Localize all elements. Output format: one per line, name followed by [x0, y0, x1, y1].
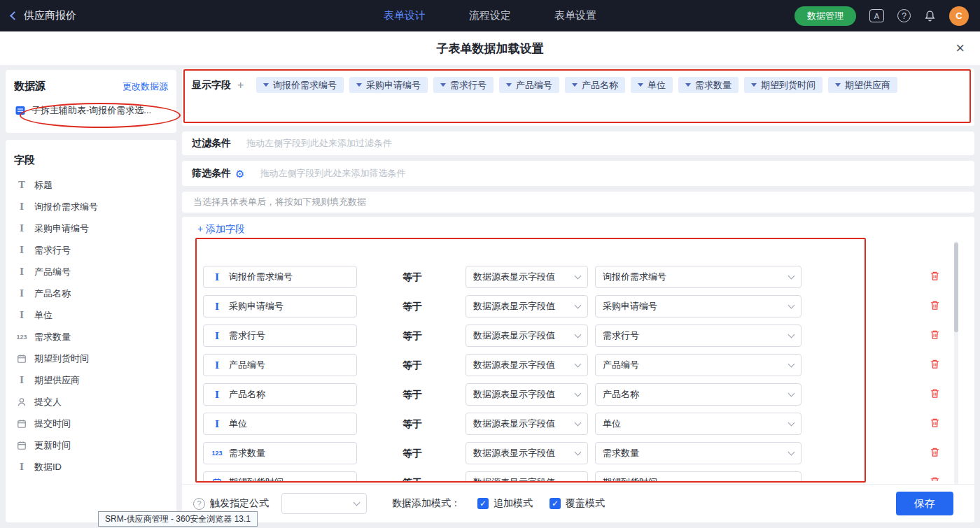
field-item[interactable]: I采购申请编号 — [6, 217, 176, 239]
chevron-down-icon[interactable] — [506, 83, 512, 87]
chevron-down-icon[interactable] — [685, 83, 691, 87]
rule-target-select[interactable]: 产品编号 — [595, 354, 802, 376]
scrollbar-thumb[interactable] — [954, 243, 958, 332]
chevron-down-icon[interactable] — [835, 83, 841, 87]
delete-row-button[interactable] — [930, 329, 940, 340]
help-icon[interactable]: ? — [897, 9, 911, 22]
field-item[interactable]: 更新时间 — [6, 434, 176, 456]
rule-source-value: 数据源表显示字段值 — [473, 418, 555, 430]
field-item[interactable]: 提交人 — [6, 391, 176, 413]
rule-target-select[interactable]: 询报价需求编号 — [595, 266, 802, 288]
checkbox-icon[interactable]: ✓ — [550, 498, 561, 509]
rule-source-select[interactable]: 数据源表显示字段值 — [465, 442, 588, 464]
field-item-label: 询报价需求编号 — [34, 201, 98, 213]
checkbox-icon[interactable]: ✓ — [477, 498, 489, 509]
tab-表单设置[interactable]: 表单设置 — [554, 9, 596, 22]
field-item-label: 单位 — [34, 309, 52, 322]
field-item[interactable]: I询报价需求编号 — [6, 196, 176, 217]
display-field-chip[interactable]: 需求行号 — [433, 77, 493, 93]
rule-source-select[interactable]: 数据源表显示字段值 — [465, 383, 588, 406]
add-field-link[interactable]: + 添加字段 — [197, 223, 245, 236]
rule-target-select[interactable]: 采购申请编号 — [595, 295, 802, 317]
mode-checkbox-追加模式[interactable]: ✓追加模式 — [477, 497, 533, 510]
gear-icon[interactable]: ⚙ — [235, 169, 244, 179]
rule-source-select[interactable]: 数据源表显示字段值 — [465, 324, 588, 347]
delete-row-button[interactable] — [930, 476, 940, 481]
field-item[interactable]: I需求行号 — [6, 239, 176, 261]
back-nav[interactable]: 供应商报价 — [11, 0, 76, 31]
tab-流程设定[interactable]: 流程设定 — [469, 9, 511, 22]
field-item[interactable]: 123需求数量 — [6, 326, 176, 348]
field-item[interactable]: 提交时间 — [6, 413, 176, 434]
field-item[interactable]: T标题 — [6, 174, 176, 196]
rule-field-box[interactable]: I需求行号 — [203, 324, 357, 347]
field-item[interactable]: I产品编号 — [6, 261, 176, 283]
display-field-chip[interactable]: 单位 — [631, 77, 673, 93]
delete-row-button[interactable] — [930, 359, 940, 369]
rule-field-box[interactable]: I询报价需求编号 — [203, 266, 357, 288]
add-display-field-button[interactable]: + — [237, 80, 244, 91]
scrollbar-track[interactable] — [954, 241, 958, 488]
chevron-down-icon[interactable] — [356, 83, 362, 87]
mode-checkbox-覆盖模式[interactable]: ✓覆盖模式 — [550, 497, 605, 510]
rule-field-box[interactable]: I单位 — [203, 413, 357, 435]
rule-field-box[interactable]: 期望到货时间 — [203, 471, 357, 481]
display-field-chip[interactable]: 期望到货时间 — [744, 77, 822, 93]
rule-field-box[interactable]: I产品编号 — [203, 354, 357, 376]
rule-source-select[interactable]: 数据源表显示字段值 — [465, 354, 588, 376]
save-button[interactable]: 保存 — [896, 492, 953, 515]
rule-source-value: 数据源表显示字段值 — [473, 300, 555, 313]
chevron-down-icon — [575, 301, 582, 308]
field-item[interactable]: I数据ID — [6, 456, 176, 478]
delete-row-button[interactable] — [930, 388, 940, 399]
filter-drop-zone[interactable]: 拖动左侧字段到此处来添加过滤条件 — [246, 137, 392, 150]
rule-source-select[interactable]: 数据源表显示字段值 — [465, 266, 588, 288]
screen-drop-zone[interactable]: 拖动左侧字段到此处来添加筛选条件 — [260, 167, 405, 180]
field-item[interactable]: I单位 — [6, 304, 176, 326]
bell-icon[interactable] — [924, 10, 936, 22]
rule-target-select[interactable]: 需求行号 — [595, 324, 802, 347]
rule-target-select[interactable]: 产品名称 — [595, 383, 802, 406]
rule-target-select[interactable]: 需求数量 — [595, 442, 802, 464]
delete-row-button[interactable] — [930, 447, 940, 457]
field-item[interactable]: I期望供应商 — [6, 369, 176, 391]
field-item[interactable]: 期望到货时间 — [6, 348, 176, 369]
back-chevron-icon[interactable] — [10, 11, 19, 20]
text-field-icon: I — [211, 301, 223, 312]
rule-field-box[interactable]: I采购申请编号 — [203, 295, 357, 317]
tab-表单设计[interactable]: 表单设计 — [384, 9, 426, 22]
display-field-chip[interactable]: 需求数量 — [678, 77, 738, 93]
field-item[interactable]: I产品名称 — [6, 283, 176, 304]
rule-source-select[interactable]: 数据源表显示字段值 — [465, 471, 588, 481]
display-field-chip[interactable]: 采购申请编号 — [349, 77, 428, 93]
field-item-label: 需求行号 — [34, 244, 71, 257]
close-icon[interactable]: × — [955, 39, 965, 57]
datasource-item[interactable]: 子拆主辅助表-询报价需求选... — [14, 104, 168, 117]
avatar[interactable]: C — [949, 6, 969, 26]
rule-target-select[interactable]: 期望到货时间 — [595, 471, 802, 481]
data-add-mode-label: 数据添加模式： — [392, 497, 461, 510]
display-field-chip[interactable]: 期望供应商 — [828, 77, 897, 93]
rule-target-select[interactable]: 单位 — [595, 413, 802, 435]
data-manage-button[interactable]: 数据管理 — [794, 6, 856, 26]
rule-field-box[interactable]: 123需求数量 — [203, 442, 357, 464]
chevron-down-icon — [788, 272, 795, 279]
display-field-chip[interactable]: 产品编号 — [499, 77, 559, 93]
delete-row-button[interactable] — [930, 271, 940, 281]
chevron-down-icon[interactable] — [440, 83, 446, 87]
rule-field-box[interactable]: I产品名称 — [203, 383, 357, 406]
chevron-down-icon[interactable] — [572, 83, 578, 87]
chevron-down-icon[interactable] — [638, 83, 643, 87]
rule-source-select[interactable]: 数据源表显示字段值 — [465, 295, 588, 317]
rule-source-select[interactable]: 数据源表显示字段值 — [465, 413, 588, 435]
formula-select[interactable] — [281, 493, 367, 514]
delete-row-button[interactable] — [930, 418, 940, 428]
display-field-chip[interactable]: 产品名称 — [565, 77, 625, 93]
change-datasource-link[interactable]: 更改数据源 — [122, 80, 168, 93]
delete-row-button[interactable] — [930, 300, 940, 311]
translate-icon[interactable]: A — [869, 9, 884, 22]
chevron-down-icon[interactable] — [751, 83, 757, 87]
field-item-label: 产品编号 — [34, 266, 71, 278]
display-field-chip[interactable]: 询报价需求编号 — [256, 77, 344, 93]
chevron-down-icon[interactable] — [263, 83, 269, 87]
